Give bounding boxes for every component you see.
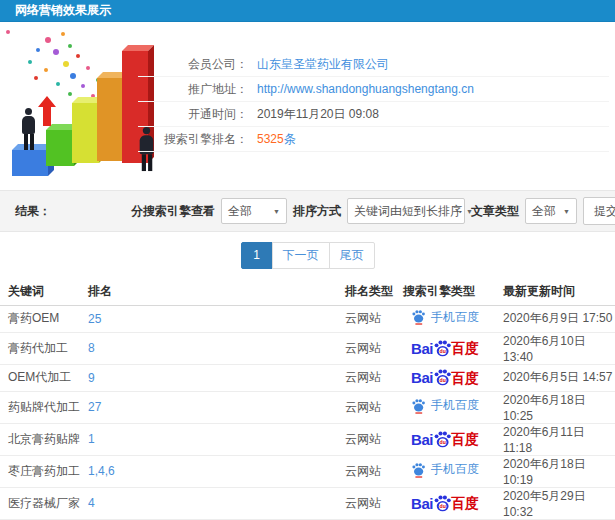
info-row-company: 会员公司： 山东皇圣堂药业有限公司 — [138, 52, 609, 77]
baidu-logo-cn: 百度 — [451, 432, 479, 446]
table-row: OEM代加工 9 云网站 Bai du 百度 2020年6月5日 14:57 — [0, 364, 615, 391]
sort-filter-select[interactable]: 关键词由短到长排序 ▼ — [347, 198, 465, 224]
rank-link[interactable]: 8 — [80, 332, 337, 364]
article-type-select[interactable]: 全部 ▼ — [525, 198, 577, 224]
promo-url-link[interactable]: http://www.shandonghuangshengtang.cn — [257, 82, 474, 96]
col-header-keyword: 关键词 — [0, 278, 80, 305]
rank-type-cell: 云网站 — [337, 364, 395, 391]
rank-link[interactable]: 1,4,6 — [80, 455, 337, 487]
engine-filter-select[interactable]: 全部 ▼ — [221, 198, 287, 224]
col-header-rank-type: 排名类型 — [337, 278, 395, 305]
updated-time-cell: 2020年6月18日 10:25 — [495, 391, 615, 423]
keyword-cell: 膏药代加工 — [0, 332, 80, 364]
engine-type-cell: 手机百度 — [395, 455, 495, 487]
chevron-down-icon: ▼ — [563, 208, 570, 215]
baidu-logo-cn: 百度 — [451, 496, 479, 510]
rank-link[interactable]: 9 — [80, 364, 337, 391]
rank-link[interactable]: 25 — [80, 305, 337, 332]
company-link[interactable]: 山东皇圣堂药业有限公司 — [257, 56, 389, 73]
table-row: 药贴牌代加工 27 云网站 手机百度 2020年6月18日 10:25 — [0, 391, 615, 423]
result-label: 结果： — [15, 203, 51, 220]
col-header-updated: 最新更新时间 — [495, 278, 615, 305]
keyword-cell: 药贴牌代加工 — [0, 391, 80, 423]
updated-time-cell: 2020年6月18日 10:19 — [495, 455, 615, 487]
info-row-url: 推广地址： http://www.shandonghuangshengtang.… — [138, 77, 609, 102]
open-time-label: 开通时间： — [138, 106, 248, 123]
baidu-logo-cn: 百度 — [451, 341, 479, 355]
rank-count-unit: 条 — [284, 132, 296, 146]
col-header-engine-type: 搜索引擎类型 — [395, 278, 495, 305]
rank-link[interactable]: 1 — [80, 423, 337, 455]
keyword-cell: 医疗器械厂家 — [0, 487, 80, 519]
baidu-paw-icon: du — [433, 368, 452, 387]
table-header-row: 关键词 排名 排名类型 搜索引擎类型 最新更新时间 — [0, 278, 615, 305]
results-table: 关键词 排名 排名类型 搜索引擎类型 最新更新时间 膏药OEM 25 云网站 手… — [0, 278, 615, 520]
updated-time-cell: 2020年6月11日 11:18 — [495, 423, 615, 455]
engine-type-cell: Bai du 百度 — [395, 364, 495, 391]
baidu-logo-bai: Bai — [411, 432, 433, 447]
rank-count-number: 5325 — [257, 132, 284, 146]
keyword-cell: 北京膏药贴牌 — [0, 423, 80, 455]
rank-type-cell: 云网站 — [337, 487, 395, 519]
rank-type-cell: 云网站 — [337, 305, 395, 332]
baidu-paw-icon — [411, 462, 426, 478]
filter-toolbar: 结果： 分搜索引擎查看 全部 ▼ 排序方式 关键词由短到长排序 ▼ 文章类型 全… — [0, 190, 615, 232]
company-label: 会员公司： — [138, 56, 248, 73]
updated-time-cell: 2020年6月9日 17:50 — [495, 305, 615, 332]
promo-url-label: 推广地址： — [138, 81, 248, 98]
engine-type-cell: Bai du 百度 — [395, 487, 495, 519]
pagination: 1 下一页 尾页 — [241, 242, 375, 269]
businessman-figure-left — [22, 108, 35, 150]
pagination-section: 1 下一页 尾页 — [0, 232, 615, 278]
baidu-logo-du: du — [439, 503, 445, 509]
mobile-baidu-badge: 手机百度 — [411, 461, 479, 478]
info-row-rank-count: 搜索引擎排名： 5325条 — [138, 127, 609, 152]
keyword-cell: 枣庄膏药加工 — [0, 455, 80, 487]
table-row: 膏药代加工 8 云网站 Bai du 百度 2020年6月10日 13:40 — [0, 332, 615, 364]
confetti-decoration — [6, 30, 10, 34]
engine-filter-label: 分搜索引擎查看 — [131, 203, 215, 220]
engine-type-cell: 手机百度 — [395, 391, 495, 423]
rank-count-label: 搜索引擎排名： — [138, 131, 248, 148]
info-row-open-time: 开通时间： 2019年11月20日 09:08 — [138, 102, 609, 127]
article-type-value: 全部 — [532, 203, 556, 220]
updated-time-cell: 2020年6月10日 13:40 — [495, 332, 615, 364]
up-arrow-icon — [38, 96, 56, 126]
article-type-label: 文章类型 — [471, 203, 519, 220]
baidu-logo-bai: Bai — [411, 370, 433, 385]
last-page-button[interactable]: 尾页 — [329, 242, 375, 269]
chart-bar-orange — [97, 78, 122, 161]
page-1-button[interactable]: 1 — [241, 242, 273, 269]
results-tbody: 膏药OEM 25 云网站 手机百度 2020年6月9日 17:50 膏药代加工 … — [0, 305, 615, 520]
table-row: 北京膏药贴牌 1 云网站 Bai du 百度 2020年6月11日 11:18 — [0, 423, 615, 455]
baidu-logo-bai: Bai — [411, 496, 433, 511]
engine-type-cell: Bai du 百度 — [395, 332, 495, 364]
engine-type-cell: Bai du 百度 — [395, 423, 495, 455]
baidu-logo: Bai du 百度 — [411, 368, 479, 387]
rank-link[interactable]: 27 — [80, 391, 337, 423]
keyword-cell: 膏药OEM — [0, 305, 80, 332]
baidu-paw-icon — [411, 309, 426, 325]
table-row: 膏药OEM 25 云网站 手机百度 2020年6月9日 17:50 — [0, 305, 615, 332]
table-row: 医疗器械厂家 4 云网站 Bai du 百度 2020年5月29日 10:32 — [0, 487, 615, 519]
rank-type-cell: 云网站 — [337, 455, 395, 487]
mobile-baidu-badge: 手机百度 — [411, 397, 479, 414]
rank-type-cell: 云网站 — [337, 332, 395, 364]
submit-button[interactable]: 提交 — [583, 197, 615, 225]
engine-type-cell: 手机百度 — [395, 305, 495, 332]
rank-link[interactable]: 4 — [80, 487, 337, 519]
col-header-rank: 排名 — [80, 278, 337, 305]
mobile-baidu-label: 手机百度 — [431, 397, 479, 414]
company-info-section: 会员公司： 山东皇圣堂药业有限公司 推广地址： http://www.shand… — [0, 22, 615, 190]
baidu-logo-bai: Bai — [411, 341, 433, 356]
baidu-logo: Bai du 百度 — [411, 339, 479, 358]
sort-filter-value: 关键词由短到长排序 — [354, 203, 462, 220]
updated-time-cell: 2020年6月5日 14:57 — [495, 364, 615, 391]
rank-type-cell: 云网站 — [337, 391, 395, 423]
chevron-down-icon: ▼ — [273, 208, 280, 215]
engine-filter-value: 全部 — [228, 203, 252, 220]
rank-type-cell: 云网站 — [337, 423, 395, 455]
company-info-list: 会员公司： 山东皇圣堂药业有限公司 推广地址： http://www.shand… — [138, 52, 609, 152]
baidu-paw-icon: du — [433, 430, 452, 449]
next-page-button[interactable]: 下一页 — [272, 242, 330, 269]
